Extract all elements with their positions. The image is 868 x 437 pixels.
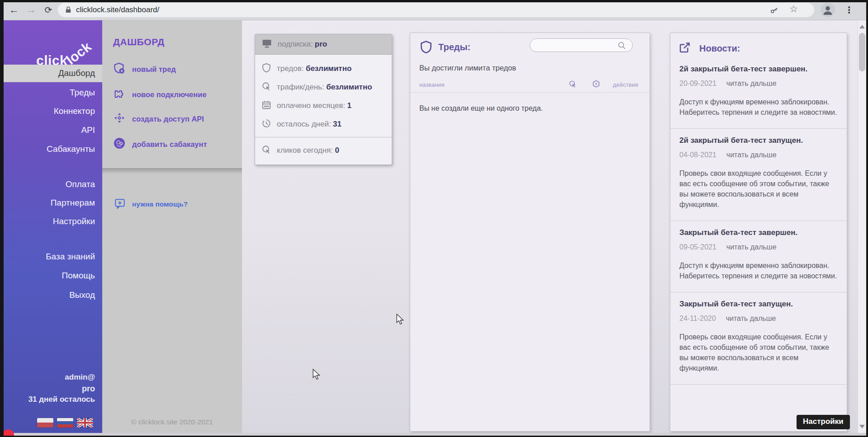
- stat-value: 0: [335, 146, 339, 155]
- logo-part-lock: lock: [63, 39, 94, 68]
- stat-value: безлимитно: [306, 64, 351, 73]
- calendar-icon: [261, 100, 271, 112]
- clicks-column-icon: [569, 80, 577, 90]
- sidebar: click lock Дашборд Треды Коннектор API С…: [0, 20, 102, 433]
- reload-icon[interactable]: ⟳: [42, 3, 55, 17]
- sidebar-item-threads[interactable]: Треды: [0, 86, 102, 99]
- sidebar-item-api[interactable]: API: [0, 124, 102, 136]
- threads-empty-message: Вы не создали еще ни одного треда.: [419, 104, 543, 113]
- stat-row-clicks-today: кликов сегодня: 0: [255, 137, 392, 163]
- frame-edge: [0, 0, 868, 2]
- news-item-title: 2й закрытый бета-тест завершен.: [679, 65, 838, 74]
- avatar[interactable]: [821, 3, 835, 17]
- stat-label: оплачено месяцев:: [277, 101, 345, 110]
- api-arrows-icon: [113, 112, 126, 126]
- scroll-up-arrow-icon[interactable]: [859, 25, 865, 28]
- stat-value: 31: [333, 120, 342, 128]
- sidebar-item-help[interactable]: Помощь: [0, 269, 102, 282]
- threads-title: Треды:: [438, 42, 470, 52]
- key-icon[interactable]: [770, 5, 779, 16]
- user-plan: pro: [82, 384, 95, 394]
- stat-row-threads: тредов: безлимитно: [255, 59, 392, 78]
- sidebar-item-dashboard[interactable]: Дашборд: [0, 65, 102, 82]
- news-item-body: Проверь свои входящие сообщения. Если у …: [679, 168, 838, 210]
- url-text[interactable]: clicklock.site/dashboard/: [76, 5, 159, 14]
- history-clock-icon: [261, 118, 271, 130]
- user-email: admin@: [65, 373, 95, 382]
- news-panel: Новости: 2й закрытый бета-тест завершен.…: [670, 33, 847, 432]
- stat-value: pro: [315, 40, 327, 48]
- scrollbar-thumb[interactable]: [859, 33, 865, 71]
- shield-icon: [419, 40, 433, 56]
- news-item-title: Закрытый бета-тест запущен.: [679, 300, 838, 309]
- puzzle-icon: [113, 87, 126, 102]
- address-bar[interactable]: clicklock.site/dashboard/ ☆: [58, 3, 814, 17]
- browser-menu-icon[interactable]: ⋮: [842, 3, 856, 17]
- stat-value: безлимитно: [326, 83, 372, 91]
- read-more-link[interactable]: читать дальше: [726, 151, 777, 159]
- news-item-date: 04-08-2021: [679, 151, 716, 159]
- click-icon: [261, 145, 271, 156]
- read-more-link[interactable]: читать дальше: [726, 243, 777, 251]
- frame-edge: [866, 0, 868, 437]
- browser-toolbar: ← → ⟳ clicklock.site/dashboard/ ☆ ⋮: [0, 0, 868, 20]
- external-link-icon: [678, 41, 691, 56]
- sidebar-item-payment[interactable]: Оплата: [0, 178, 102, 191]
- add-subaccount-button[interactable]: добавить сабакаунт: [113, 137, 207, 151]
- threads-panel: Треды: Вы достигли лимита тредов названи…: [410, 33, 650, 432]
- news-item: Закрытый бета-тест запущен. 24-11-2020чи…: [670, 292, 847, 385]
- threads-table-header: название действия: [410, 78, 650, 93]
- scroll-down-arrow-icon[interactable]: [859, 425, 865, 428]
- lock-icon: [64, 6, 72, 16]
- stat-value: 1: [347, 101, 351, 110]
- click-icon: [261, 81, 271, 93]
- news-item-title: Закрытый бета-тест завершен.: [679, 228, 838, 237]
- uk-flag[interactable]: [77, 418, 93, 428]
- new-thread-button[interactable]: новый тред: [113, 62, 176, 76]
- new-connection-button[interactable]: новое подключение: [113, 87, 207, 102]
- news-item: Закрытый бета-тест завершен. 09-05-2021ч…: [670, 221, 847, 292]
- application-root: ← → ⟳ clicklock.site/dashboard/ ☆ ⋮ clic…: [0, 0, 868, 437]
- sidebar-item-partners[interactable]: Партнерам: [0, 197, 102, 209]
- news-title: Новости:: [699, 43, 740, 54]
- sidebar-item-subaccounts[interactable]: Сабакаунты: [0, 143, 102, 155]
- copyright-text: © clicklock.site 2020-2021: [102, 418, 242, 426]
- action-label: новое подключение: [132, 90, 207, 99]
- russia-flag[interactable]: [57, 418, 73, 428]
- action-label: новый тред: [132, 65, 176, 74]
- frame-edge: [0, 0, 4, 437]
- panel-shadow-divider: [102, 168, 242, 174]
- read-more-link[interactable]: читать дальше: [726, 315, 776, 322]
- sidebar-item-logout[interactable]: Выход: [0, 289, 102, 301]
- need-help-link[interactable]: нужна помощь?: [114, 197, 188, 211]
- mouse-cursor: [313, 369, 322, 381]
- action-label: добавить сабакаунт: [132, 140, 207, 149]
- language-switcher: [37, 418, 93, 428]
- stat-label: осталось дней:: [277, 120, 331, 128]
- vertical-scrollbar[interactable]: [858, 20, 866, 433]
- page-title: ДАШБОРД: [113, 37, 165, 47]
- bookmark-star-icon[interactable]: ☆: [789, 4, 798, 14]
- column-actions-label: действия: [613, 82, 638, 88]
- stat-label: трафик/день:: [277, 83, 324, 91]
- news-item-date: 09-05-2021: [679, 243, 716, 251]
- search-icon: [617, 41, 626, 52]
- forward-icon[interactable]: →: [24, 3, 38, 17]
- read-more-link[interactable]: читать дальше: [726, 80, 777, 87]
- settings-tooltip: Настройки: [797, 415, 850, 429]
- sidebar-item-knowledge-base[interactable]: База знаний: [0, 250, 102, 263]
- shield-plus-icon: [113, 62, 126, 76]
- news-item-body: Доступ к функциям временно заблокирован.…: [679, 260, 838, 281]
- poland-flag[interactable]: [37, 418, 53, 428]
- help-bubble-icon: [114, 197, 126, 211]
- create-api-access-button[interactable]: создать доступ API: [113, 112, 204, 126]
- sidebar-item-settings[interactable]: Настройки: [0, 215, 102, 228]
- need-help-label: нужна помощь?: [132, 200, 188, 208]
- monitor-icon: [261, 38, 272, 51]
- back-icon[interactable]: ←: [7, 3, 21, 17]
- sidebar-item-connector[interactable]: Коннектор: [0, 105, 102, 117]
- stat-label: кликов сегодня:: [277, 146, 333, 155]
- user-days-left: 31 дней осталось: [28, 395, 95, 404]
- news-item-body: Проверь свои входящие сообщения. Если у …: [679, 332, 838, 373]
- news-item: 2й закрытый бета-тест запущен. 04-08-202…: [670, 129, 847, 221]
